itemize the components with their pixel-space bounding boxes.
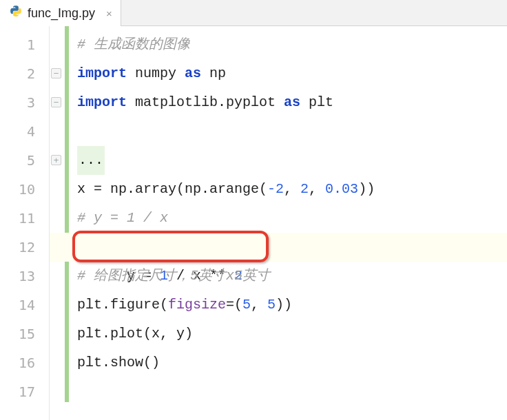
code-line[interactable]: x = np.array(np.arange(-2, 2, 0.03)) — [50, 175, 507, 204]
file-tab[interactable]: func_Img.py × — [0, 0, 121, 26]
line-number: 11 — [0, 204, 49, 233]
line-number: 12 — [0, 233, 49, 262]
comment-text: # 给图指定尺寸，5英寸x5英寸 — [77, 268, 270, 284]
code-line[interactable]: plt.show() — [50, 348, 507, 377]
line-number: 1 — [0, 30, 49, 59]
code-line[interactable]: # y = 1 / x — [50, 204, 507, 233]
annotation-highlight-box — [72, 231, 269, 262]
code-line[interactable]: # 给图指定尺寸，5英寸x5英寸 — [50, 262, 507, 291]
python-icon — [10, 5, 22, 21]
comment-text: # y = 1 / x — [77, 210, 168, 226]
line-number: 13 — [0, 262, 49, 291]
line-number: 17 — [0, 377, 49, 406]
code-line[interactable]: # 生成函数的图像 — [50, 30, 507, 59]
code-line-highlighted[interactable]: y = 1 / x ** 2 — [50, 233, 507, 262]
line-number: 4 — [0, 117, 49, 146]
code-line[interactable]: import matplotlib.pyplot as plt — [50, 88, 507, 117]
code-line-folded[interactable]: ... — [50, 146, 507, 175]
code-line[interactable] — [50, 117, 507, 146]
code-line[interactable]: plt.figure(figsize=(5, 5)) — [50, 291, 507, 319]
editor: 1 2 3 4 5 10 11 12 13 14 15 16 17 − − + … — [0, 26, 507, 420]
line-number: 15 — [0, 319, 49, 348]
close-icon[interactable]: × — [105, 8, 114, 19]
folded-indicator[interactable]: ... — [77, 146, 105, 175]
line-number: 3 — [0, 88, 49, 117]
tab-bar: func_Img.py × — [0, 0, 507, 26]
comment-text: # 生成函数的图像 — [77, 36, 190, 52]
line-number: 2 — [0, 59, 49, 88]
line-number: 14 — [0, 291, 49, 319]
code-area[interactable]: − − + # 生成函数的图像 import numpy as np impor… — [50, 26, 507, 420]
tab-filename: func_Img.py — [28, 6, 95, 21]
code-line[interactable]: import numpy as np — [50, 59, 507, 88]
code-line[interactable]: plt.plot(x, y) — [50, 319, 507, 348]
line-number: 5 — [0, 146, 49, 175]
line-number: 10 — [0, 175, 49, 204]
line-number-gutter: 1 2 3 4 5 10 11 12 13 14 15 16 17 — [0, 26, 50, 420]
code-line[interactable] — [50, 377, 507, 406]
line-number: 16 — [0, 348, 49, 377]
